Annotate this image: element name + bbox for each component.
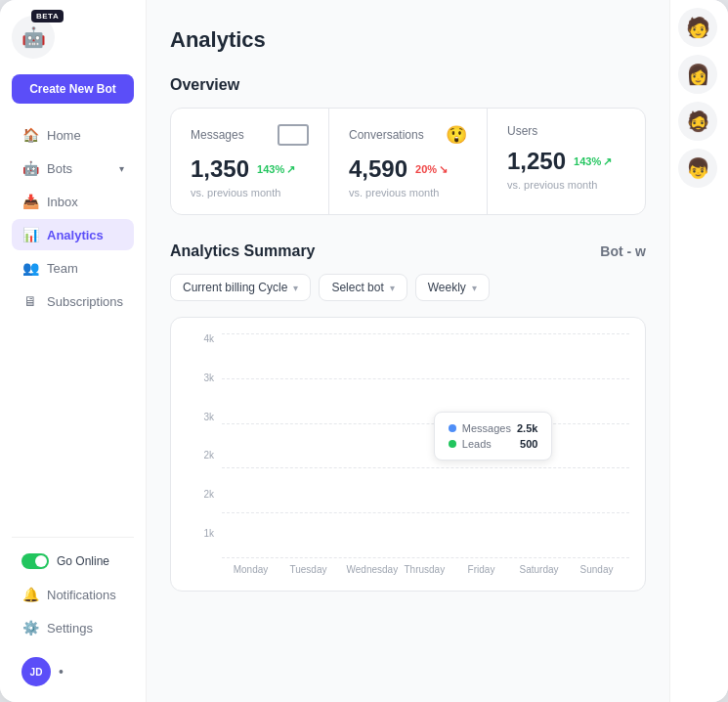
sidebar-item-team[interactable]: 👥 Team: [12, 252, 134, 284]
sidebar-item-label: Analytics: [47, 228, 104, 242]
users-badge: 143% ↗: [574, 155, 612, 168]
sidebar-item-label: Subscriptions: [47, 294, 123, 309]
beta-badge: BETA: [31, 10, 64, 22]
sidebar-item-label: Bots: [47, 161, 72, 176]
logo-area: 🤖 BETA: [12, 16, 134, 59]
x-label-monday: Monday: [232, 564, 271, 575]
x-label-friday: Friday: [462, 564, 501, 575]
bot-w-label: Bot - w: [600, 243, 646, 259]
weekly-label: Weekly: [428, 281, 466, 294]
analytics-icon: 📊: [21, 227, 39, 242]
sidebar-item-bots[interactable]: 🤖 Bots ▾: [12, 153, 134, 184]
home-icon: 🏠: [21, 127, 39, 143]
gear-icon: ⚙️: [21, 620, 39, 636]
messages-icon: [278, 124, 309, 146]
chart-area: 1k 2k 2k 3k 3k 4k: [187, 333, 629, 558]
conversations-sub: vs. previous month: [349, 187, 467, 198]
chevron-down-icon: ▾: [472, 283, 477, 293]
y-axis: 1k 2k 2k 3k 3k 4k: [187, 333, 222, 558]
chart-inner: Messages 2.5k Leads 500: [222, 333, 629, 558]
create-new-bot-button[interactable]: Create New Bot: [12, 74, 134, 104]
x-label-thursday: Thrusday: [405, 564, 444, 575]
right-panel: 🧑 👩 🧔 👦: [669, 0, 728, 702]
select-bot-button[interactable]: Select bot ▾: [319, 274, 407, 301]
summary-header: Analytics Summary Bot - w: [170, 242, 646, 260]
x-label-wednesday: Wednesday: [347, 564, 386, 575]
conversations-badge: 20% ↘: [415, 163, 448, 176]
weekly-button[interactable]: Weekly ▾: [415, 274, 490, 301]
main-area: Analytics Overview Messages 1,350 143% ↗: [147, 0, 669, 702]
y-label: 3k: [187, 373, 214, 383]
right-avatar-1: 🧑: [678, 8, 717, 47]
notifications-label: Notifications: [47, 588, 116, 602]
messages-label: Messages: [191, 128, 244, 142]
chart-controls: Current billing Cycle ▾ Select bot ▾ Wee…: [170, 274, 646, 301]
conversations-label: Conversations: [349, 128, 424, 142]
x-label-tuesday: Tuesday: [289, 564, 328, 575]
sidebar-item-label: Home: [47, 128, 81, 143]
chevron-down-icon: ▾: [293, 283, 298, 293]
right-avatar-4: 👦: [678, 149, 717, 188]
sidebar-item-notifications[interactable]: 🔔 Notifications: [12, 579, 134, 610]
conversations-value: 4,590 20% ↘: [349, 155, 467, 183]
sidebar-item-label: Inbox: [47, 195, 78, 209]
toggle-switch[interactable]: [21, 553, 49, 569]
chevron-down-icon: ▾: [390, 283, 395, 293]
billing-cycle-label: Current billing Cycle: [183, 281, 287, 294]
conversations-card-header: Conversations 😲: [349, 124, 467, 146]
overview-section-title: Overview: [170, 76, 646, 94]
subscriptions-icon: 🖥: [21, 293, 39, 309]
x-labels: Monday Tuesday Wednesday Thrusday Friday…: [187, 558, 629, 575]
main-content: Analytics Overview Messages 1,350 143% ↗: [147, 0, 669, 702]
conversations-card: Conversations 😲 4,590 20% ↘ vs. previous…: [329, 109, 488, 214]
users-card-header: Users: [507, 124, 625, 138]
users-sub: vs. previous month: [507, 179, 625, 191]
settings-label: Settings: [47, 621, 93, 636]
bell-icon: 🔔: [21, 587, 39, 602]
go-online-toggle[interactable]: Go Online: [12, 546, 134, 577]
chevron-down-icon: ▾: [119, 163, 124, 174]
users-label: Users: [507, 124, 537, 138]
summary-section-title: Analytics Summary: [170, 242, 316, 260]
billing-cycle-button[interactable]: Current billing Cycle ▾: [170, 274, 311, 301]
sidebar-item-home[interactable]: 🏠 Home: [12, 119, 134, 151]
page-title: Analytics: [170, 27, 646, 53]
sidebar-item-settings[interactable]: ⚙️ Settings: [12, 612, 134, 643]
messages-card: Messages 1,350 143% ↗ vs. previous month: [171, 109, 329, 214]
app-container: 🤖 BETA Create New Bot 🏠 Home 🤖 Bots ▾ 📥 …: [0, 0, 728, 702]
y-label: 2k: [187, 489, 214, 500]
user-avatar[interactable]: JD: [21, 657, 51, 686]
sidebar-item-inbox[interactable]: 📥 Inbox: [12, 186, 134, 217]
messages-sub: vs. previous month: [191, 187, 309, 198]
y-label: 1k: [187, 528, 214, 539]
y-label: 2k: [187, 450, 214, 461]
footer-menu-dot[interactable]: •: [59, 664, 64, 680]
x-label-saturday: Saturday: [520, 564, 559, 575]
sidebar-footer: JD •: [12, 647, 134, 686]
sidebar-bottom: Go Online 🔔 Notifications ⚙️ Settings: [12, 537, 134, 643]
right-avatar-2: 👩: [678, 55, 717, 94]
sidebar-item-analytics[interactable]: 📊 Analytics: [12, 219, 134, 250]
users-card: Users 1,250 143% ↗ vs. previous month: [488, 109, 645, 214]
y-label: 4k: [187, 333, 214, 344]
messages-badge: 143% ↗: [257, 163, 295, 176]
sidebar: 🤖 BETA Create New Bot 🏠 Home 🤖 Bots ▾ 📥 …: [0, 0, 147, 702]
chart-container: 1k 2k 2k 3k 3k 4k: [170, 317, 646, 592]
x-label-sunday: Sunday: [578, 564, 617, 575]
inbox-icon: 📥: [21, 194, 39, 209]
bots-icon: 🤖: [21, 160, 39, 176]
conversations-icon: 😲: [446, 124, 467, 146]
select-bot-label: Select bot: [331, 281, 383, 294]
sidebar-item-label: Team: [47, 261, 78, 276]
messages-value: 1,350 143% ↗: [191, 155, 309, 183]
logo-emoji: 🤖: [21, 25, 46, 49]
users-value: 1,250 143% ↗: [507, 148, 625, 175]
y-label: 3k: [187, 412, 214, 422]
right-avatar-3: 🧔: [678, 102, 717, 141]
overview-cards: Messages 1,350 143% ↗ vs. previous month: [170, 108, 646, 215]
team-icon: 👥: [21, 260, 39, 276]
bars-group: [222, 333, 629, 558]
messages-card-header: Messages: [191, 124, 309, 146]
nav-items: 🏠 Home 🤖 Bots ▾ 📥 Inbox 📊 Analytics 👥 Te…: [12, 119, 134, 537]
sidebar-item-subscriptions[interactable]: 🖥 Subscriptions: [12, 285, 134, 317]
